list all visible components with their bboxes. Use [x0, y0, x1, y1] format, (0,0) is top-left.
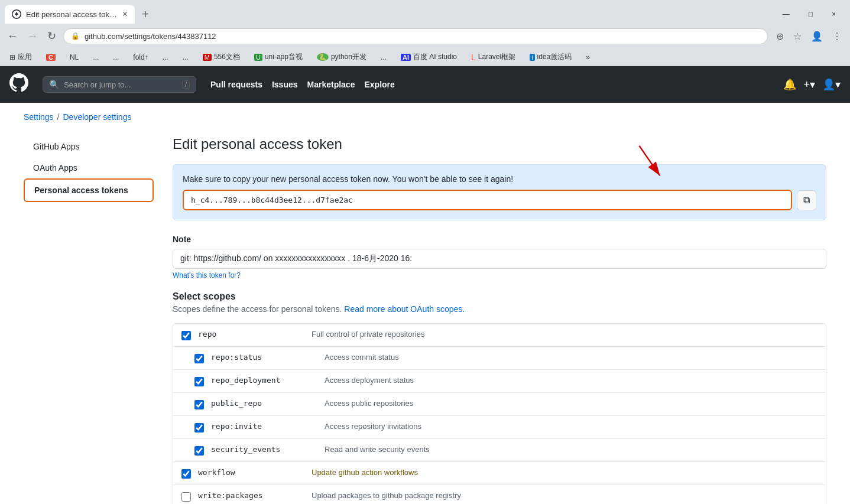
bookmark-2[interactable]: NL	[65, 52, 83, 63]
uniapp-icon: U	[254, 54, 262, 61]
bookmark-baidu[interactable]: AI 百度 AI studio	[396, 51, 462, 63]
scope-checkbox-write:packages[interactable]	[181, 492, 191, 502]
scope-name: repo:invite	[211, 422, 317, 431]
bm-label: python开发	[331, 52, 366, 62]
search-icon: 🔍	[49, 80, 59, 89]
scope-checkbox-repo[interactable]	[181, 331, 191, 340]
minimize-button[interactable]: —	[773, 5, 799, 23]
scope-row: repo:statusAccess commit status	[173, 347, 826, 370]
bookmark-3[interactable]: ...	[88, 52, 103, 63]
scope-row: repo:inviteAccess repository invitations	[173, 416, 826, 439]
nav-marketplace[interactable]: Marketplace	[307, 80, 355, 89]
search-shortcut: /	[182, 80, 190, 89]
python-icon: 🐍	[317, 53, 329, 61]
laravel-icon: L	[471, 53, 476, 62]
sidebar-item-oauth-apps[interactable]: OAuth Apps	[24, 157, 154, 178]
bookmark-uniapp[interactable]: U uni-app音视	[249, 51, 307, 63]
maximize-button[interactable]: □	[799, 5, 822, 23]
github-logo[interactable]	[9, 73, 28, 96]
bm-label: »	[586, 53, 590, 61]
refresh-button[interactable]: ↻	[45, 27, 59, 45]
sidebar-item-github-apps[interactable]: GitHub Apps	[24, 136, 154, 157]
new-tab-button[interactable]: +	[137, 5, 154, 24]
scopes-desc-text: Scopes define the access for personal to…	[173, 304, 342, 314]
main-layout: GitHub Apps OAuth Apps Personal access t…	[0, 122, 850, 504]
new-item-button[interactable]: +▾	[803, 78, 815, 91]
bm-label: Laravel框架	[478, 52, 515, 62]
token-copy-button[interactable]: ⧉	[797, 190, 816, 210]
address-bar-row: ← → ↻ 🔒 ⊕ ☆ 👤 ⋮	[0, 24, 850, 48]
bm-label: ...	[381, 53, 387, 61]
scope-description: Access repository invitations	[325, 422, 421, 431]
bookmark-wenzhang[interactable]: M 556文档	[198, 51, 245, 63]
nav-pull-requests[interactable]: Pull requests	[210, 80, 262, 89]
bm-label: fold↑	[133, 53, 148, 61]
scopes-read-more-link[interactable]: Read more about OAuth scopes.	[344, 304, 465, 314]
scope-description: Access commit status	[325, 353, 399, 362]
forward-button[interactable]: →	[25, 28, 40, 45]
sidebar-item-personal-access-tokens[interactable]: Personal access tokens	[24, 178, 154, 202]
scopes-table: repoFull control of private repositories…	[173, 323, 826, 504]
nav-issues[interactable]: Issues	[272, 80, 298, 89]
bookmark-6[interactable]: ...	[158, 52, 173, 63]
address-bar[interactable]: 🔒	[63, 28, 768, 44]
scope-checkbox-repo:invite[interactable]	[194, 423, 204, 433]
bookmark-icon[interactable]: ☆	[790, 30, 805, 43]
token-value-input[interactable]	[183, 190, 792, 210]
scope-checkbox-repo:status[interactable]	[194, 354, 204, 363]
scopes-section: Select scopes Scopes define the access f…	[173, 291, 826, 504]
note-input[interactable]	[173, 249, 826, 269]
bookmark-idea[interactable]: i idea激活码	[525, 51, 576, 63]
close-button[interactable]: ×	[822, 5, 845, 23]
scopes-title: Select scopes	[173, 291, 826, 302]
token-notice-text: Make sure to copy your new personal acce…	[183, 174, 816, 184]
search-box[interactable]: 🔍 /	[43, 76, 196, 93]
bookmark-apps[interactable]: ⊞ 应用	[5, 51, 37, 63]
tab-bar: Edit personal access token × + — □ ×	[0, 0, 850, 24]
scope-row: write:packagesUpload packages to github …	[173, 485, 826, 504]
bookmark-more[interactable]: »	[581, 52, 595, 63]
bookmark-laravel[interactable]: L Laravel框架	[466, 51, 520, 63]
bookmark-dot[interactable]: ...	[376, 52, 391, 63]
notifications-bell[interactable]: 🔔	[783, 78, 796, 91]
breadcrumb-separator: /	[57, 112, 60, 122]
scope-name: repo	[198, 330, 304, 339]
bm-label: ...	[183, 53, 189, 61]
profile-icon[interactable]: 👤	[807, 30, 826, 43]
translate-icon[interactable]: ⊕	[773, 30, 787, 43]
note-hint[interactable]: What's this token for?	[173, 271, 826, 279]
bookmark-7[interactable]: ...	[178, 52, 193, 63]
github-nav: 🔍 / Pull requests Issues Marketplace Exp…	[0, 66, 850, 103]
scope-description: Update github action workflows	[312, 468, 418, 477]
search-input[interactable]	[64, 80, 177, 89]
bookmark-c-icon: C	[46, 54, 56, 61]
bookmark-5[interactable]: fold↑	[128, 52, 153, 63]
user-avatar[interactable]: 👤▾	[822, 78, 841, 91]
tab-title: Edit personal access token	[26, 10, 118, 19]
breadcrumb-settings[interactable]: Settings	[24, 112, 54, 122]
idea-icon: i	[530, 54, 534, 61]
scope-row: repo_deploymentAccess deployment status	[173, 370, 826, 393]
bookmark-4[interactable]: ...	[108, 52, 124, 63]
tab-close-button[interactable]: ×	[122, 9, 128, 19]
scope-checkbox-workflow[interactable]	[181, 469, 191, 479]
bm-label: idea激活码	[537, 52, 572, 62]
bookmark-c[interactable]: C	[41, 53, 60, 62]
bm-label: 556文档	[214, 52, 240, 62]
bookmark-python[interactable]: 🐍 python开发	[312, 51, 371, 63]
scope-row: repoFull control of private repositories	[173, 324, 826, 347]
back-button[interactable]: ←	[5, 28, 20, 45]
breadcrumb-dev-settings[interactable]: Developer settings	[63, 112, 131, 122]
nav-explore[interactable]: Explore	[364, 80, 394, 89]
scope-checkbox-public_repo[interactable]	[194, 400, 204, 409]
more-icon[interactable]: ⋮	[829, 30, 845, 43]
page-title: Edit personal access token	[173, 136, 826, 152]
scope-checkbox-security_events[interactable]	[194, 446, 204, 456]
baidu-icon: AI	[401, 54, 411, 61]
address-input[interactable]	[85, 32, 760, 41]
bm-label: ...	[93, 53, 99, 61]
scope-checkbox-repo_deployment[interactable]	[194, 377, 204, 386]
bookmarks-bar: ⊞ 应用 C NL ... ... fold↑ ... ... M 556文档 …	[0, 48, 850, 66]
nav-right: 🔔 +▾ 👤▾	[783, 78, 841, 91]
active-tab[interactable]: Edit personal access token ×	[5, 5, 135, 24]
